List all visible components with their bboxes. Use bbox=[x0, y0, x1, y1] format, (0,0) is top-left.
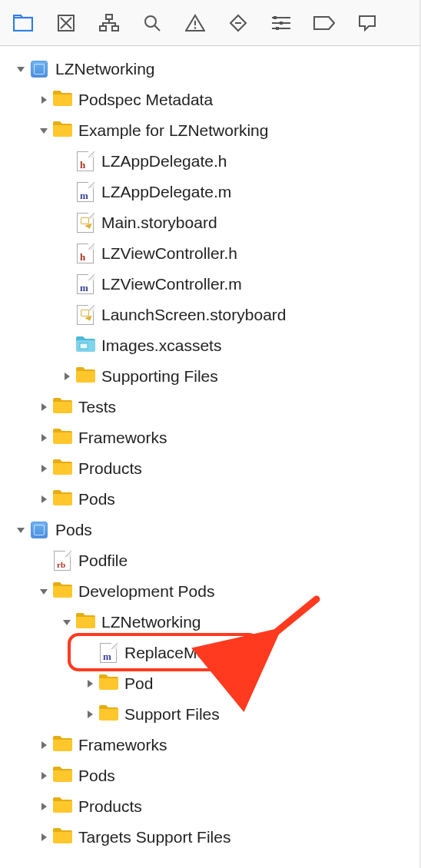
find-navigator-icon[interactable] bbox=[141, 12, 163, 34]
tree-row[interactable]: Development Pods bbox=[0, 576, 421, 607]
tree-row[interactable]: Support Files bbox=[0, 699, 421, 730]
disclosure-triangle[interactable] bbox=[12, 65, 29, 74]
tree-row[interactable]: hLZAppDelegate.h bbox=[0, 146, 421, 177]
disclosure-triangle[interactable] bbox=[35, 433, 52, 442]
tree-row[interactable]: Pods bbox=[0, 484, 421, 515]
tree-row[interactable]: Frameworks bbox=[0, 730, 421, 760]
tree-row[interactable]: Example for LZNetworking bbox=[0, 115, 421, 146]
folder-icon bbox=[52, 459, 72, 479]
folder-icon bbox=[52, 735, 72, 756]
source-control-navigator-icon[interactable] bbox=[55, 12, 77, 34]
folder-icon bbox=[52, 581, 72, 602]
tree-item-label: LZNetworking bbox=[101, 613, 201, 631]
folder-icon bbox=[52, 428, 72, 449]
tree-row[interactable]: Frameworks bbox=[0, 422, 421, 453]
tree-item-label: Frameworks bbox=[78, 736, 167, 754]
tree-row[interactable]: Supporting Files bbox=[0, 361, 421, 392]
tree-item-label: Tests bbox=[78, 398, 116, 416]
tree-row[interactable]: mLZViewController.m bbox=[0, 269, 421, 300]
folder-icon bbox=[75, 612, 95, 633]
disclosure-triangle[interactable] bbox=[35, 403, 52, 412]
header-file-icon: h bbox=[77, 244, 94, 263]
tree-row[interactable]: Pods bbox=[0, 760, 421, 791]
xcodeproj-icon bbox=[31, 61, 48, 78]
folder-icon bbox=[52, 797, 72, 817]
disclosure-triangle[interactable] bbox=[35, 126, 52, 135]
tree-item-label: LZAppDelegate.m bbox=[101, 183, 231, 201]
project-navigator-tree[interactable]: LZNetworkingPodspec MetadataExample for … bbox=[0, 46, 421, 868]
xcassets-icon bbox=[75, 336, 95, 356]
tree-row[interactable]: hLZViewController.h bbox=[0, 238, 421, 269]
tree-row[interactable]: mReplaceMe.m bbox=[0, 638, 421, 668]
tree-item-label: Main.storyboard bbox=[101, 214, 217, 232]
svg-rect-3 bbox=[100, 26, 106, 31]
disclosure-triangle[interactable] bbox=[35, 95, 52, 104]
symbol-navigator-icon[interactable] bbox=[98, 12, 120, 34]
svg-rect-14 bbox=[280, 22, 283, 25]
tree-row[interactable]: Images.xcassets bbox=[0, 330, 421, 361]
header-file-icon: h bbox=[77, 151, 94, 171]
tree-item-label: ReplaceMe.m bbox=[124, 644, 224, 662]
folder-icon bbox=[52, 397, 72, 418]
disclosure-triangle[interactable] bbox=[81, 679, 98, 688]
issue-navigator-icon[interactable] bbox=[184, 12, 206, 34]
disclosure-triangle[interactable] bbox=[58, 372, 75, 381]
tree-row[interactable]: Main.storyboard bbox=[0, 207, 421, 238]
disclosure-triangle[interactable] bbox=[81, 710, 98, 719]
disclosure-triangle[interactable] bbox=[12, 525, 29, 535]
tree-row[interactable]: Targets Support Files bbox=[0, 822, 421, 853]
tree-item-label: Support Files bbox=[124, 705, 220, 724]
svg-line-6 bbox=[154, 25, 160, 31]
tree-row[interactable]: Podspec Metadata bbox=[0, 84, 421, 115]
svg-rect-16 bbox=[80, 343, 88, 349]
impl-file-icon: m bbox=[77, 182, 94, 202]
storyboard-file-icon bbox=[77, 213, 94, 233]
debug-navigator-icon[interactable] bbox=[270, 12, 292, 34]
disclosure-triangle[interactable] bbox=[58, 618, 75, 627]
tree-item-label: Pods bbox=[78, 767, 115, 785]
project-navigator-icon[interactable] bbox=[12, 12, 34, 34]
tree-row[interactable]: Tests bbox=[0, 392, 421, 422]
tree-item-label: LZViewController.h bbox=[101, 244, 237, 263]
tree-row[interactable]: LZNetworking bbox=[0, 54, 421, 84]
disclosure-triangle[interactable] bbox=[35, 740, 52, 750]
tree-row[interactable]: Pod bbox=[0, 668, 421, 699]
tree-item-label: Development Pods bbox=[78, 582, 214, 601]
disclosure-triangle[interactable] bbox=[35, 833, 52, 842]
disclosure-triangle[interactable] bbox=[35, 771, 52, 780]
tree-item-label: Example for LZNetworking bbox=[78, 121, 268, 140]
tree-row[interactable]: Products bbox=[0, 791, 421, 822]
tree-item-label: Images.xcassets bbox=[101, 336, 221, 355]
disclosure-triangle[interactable] bbox=[35, 587, 52, 596]
report-navigator-icon[interactable] bbox=[356, 12, 378, 34]
folder-icon bbox=[52, 90, 72, 111]
disclosure-triangle[interactable] bbox=[35, 495, 52, 504]
tree-item-label: Targets Support Files bbox=[78, 828, 230, 846]
tree-item-label: LZViewController.m bbox=[101, 275, 242, 293]
folder-icon bbox=[98, 674, 118, 694]
breakpoint-navigator-icon[interactable] bbox=[313, 12, 335, 34]
tree-row[interactable]: Pods bbox=[0, 515, 421, 545]
folder-icon bbox=[52, 489, 72, 510]
storyboard-file-icon bbox=[77, 305, 94, 325]
folder-icon bbox=[52, 827, 72, 848]
navigator-toolbar bbox=[0, 0, 421, 46]
tree-item-label: LZNetworking bbox=[55, 60, 155, 78]
impl-file-icon: m bbox=[100, 643, 117, 663]
tree-item-label: Supporting Files bbox=[101, 367, 218, 386]
tree-item-label: LaunchScreen.storyboard bbox=[101, 306, 287, 324]
disclosure-triangle[interactable] bbox=[35, 464, 52, 473]
tree-row[interactable]: Products bbox=[0, 453, 421, 484]
tree-row[interactable]: mLZAppDelegate.m bbox=[0, 177, 421, 207]
tree-item-label: Products bbox=[78, 459, 142, 478]
ruby-file-icon: rb bbox=[54, 551, 71, 571]
svg-rect-0 bbox=[14, 18, 32, 31]
test-navigator-icon[interactable] bbox=[227, 12, 249, 34]
disclosure-triangle[interactable] bbox=[35, 802, 52, 811]
svg-rect-4 bbox=[112, 26, 118, 31]
impl-file-icon: m bbox=[77, 274, 94, 294]
tree-row[interactable]: LaunchScreen.storyboard bbox=[0, 300, 421, 330]
svg-rect-13 bbox=[273, 16, 277, 19]
tree-row[interactable]: LZNetworking bbox=[0, 607, 421, 638]
tree-row[interactable]: rbPodfile bbox=[0, 545, 421, 576]
